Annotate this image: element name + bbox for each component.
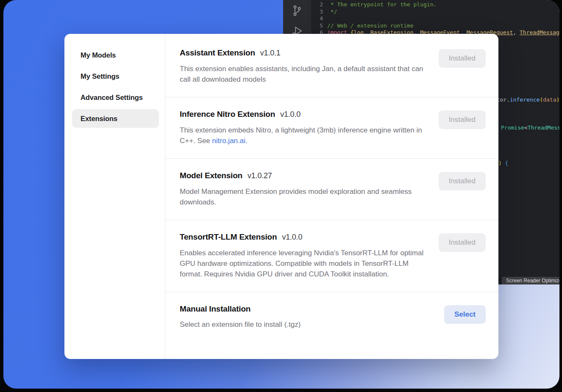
extension-row: Assistant Extensionv1.0.1This extension … (165, 34, 498, 97)
extension-row: TensortRT-LLM Extensionv1.0.0Enables acc… (165, 220, 498, 292)
description-text: Model Management Extension provides mode… (180, 188, 412, 206)
extension-info: Inference Nitro Extensionv1.0.0This exte… (180, 108, 426, 146)
extension-title-line: TensortRT-LLM Extensionv1.0.0 (180, 231, 426, 243)
description-text: This extension enables assistants, inclu… (180, 65, 423, 83)
extension-title-line: Assistant Extensionv1.0.1 (180, 47, 426, 59)
extension-name: Assistant Extension (180, 48, 255, 57)
description-text: Enables accelerated inference leveraging… (180, 249, 423, 278)
nitro-jan-ai-link[interactable]: nitro.jan.ai. (212, 137, 248, 145)
extension-name: Inference Nitro Extension (180, 110, 275, 119)
line-numbers: 23456 (311, 1, 323, 36)
settings-modal: My ModelsMy SettingsAdvanced SettingsExt… (64, 34, 498, 359)
code-line (327, 15, 559, 22)
extension-description: This extension embeds Nitro, a lightweig… (180, 125, 426, 146)
sidebar-item-my-settings[interactable]: My Settings (72, 67, 159, 86)
extension-info: TensortRT-LLM Extensionv1.0.0Enables acc… (180, 231, 426, 279)
installed-button[interactable]: Installed (439, 49, 486, 68)
line-number: 2 (311, 1, 323, 8)
installed-button[interactable]: Installed (439, 172, 486, 190)
line-number: 4 (311, 15, 323, 22)
extension-description: Select an extension file to install (.tg… (180, 319, 300, 330)
sidebar-item-advanced-settings[interactable]: Advanced Settings (72, 88, 159, 107)
extension-info: Assistant Extensionv1.0.1This extension … (180, 47, 426, 85)
line-number: 3 (311, 8, 323, 16)
extension-title-line: Manual Installation (180, 303, 300, 315)
code-line: // Web / extension runtime (327, 22, 559, 30)
sidebar-item-my-models[interactable]: My Models (72, 46, 159, 64)
code-fragment: rator.inference(data)); (490, 97, 559, 103)
select-button[interactable]: Select (444, 305, 486, 324)
extension-name: TensortRT-LLM Extension (180, 232, 277, 241)
extension-row: Manual InstallationSelect an extension f… (165, 292, 498, 342)
screen-reader-status[interactable]: Screen Reader Optimized (502, 277, 559, 284)
extension-version: v1.0.27 (248, 171, 272, 180)
app-window: 23456 * The entrypoint for the plugin. *… (3, 0, 559, 389)
extension-version: v1.0.0 (282, 233, 302, 241)
extension-name: Model Extension (180, 171, 242, 180)
code-line: */ (327, 8, 559, 16)
extension-row: Model Extensionv1.0.27Model Management E… (165, 158, 498, 220)
extensions-list: Assistant Extensionv1.0.1This extension … (165, 34, 498, 359)
description-text: Select an extension file to install (.tg… (180, 320, 300, 329)
extension-description: Enables accelerated inference leveraging… (180, 248, 426, 279)
sidebar-item-extensions[interactable]: Extensions (72, 109, 159, 128)
installed-button[interactable]: Installed (439, 110, 486, 129)
extension-version: v1.0.0 (280, 110, 300, 119)
extension-title-line: Model Extensionv1.0.27 (180, 170, 426, 182)
extension-row: Inference Nitro Extensionv1.0.0This exte… (165, 97, 498, 158)
extension-description: Model Management Extension provides mode… (180, 186, 426, 207)
code-lines: * The entrypoint for the plugin. */// We… (327, 1, 559, 36)
extension-info: Model Extensionv1.0.27Model Management E… (180, 170, 426, 207)
extension-description: This extension enables assistants, inclu… (180, 63, 426, 85)
code-fragment: Promise<ThreadMessage> (501, 124, 559, 131)
installed-button[interactable]: Installed (439, 233, 486, 252)
code-line: * The entrypoint for the plugin. (327, 1, 559, 8)
desktop-background: 23456 * The entrypoint for the plugin. *… (0, 0, 562, 392)
source-control-icon[interactable] (291, 4, 303, 17)
extension-title-line: Inference Nitro Extensionv1.0.0 (180, 108, 426, 120)
extension-name: Manual Installation (180, 304, 250, 313)
extension-version: v1.0.1 (260, 49, 281, 57)
line-number: 5 (311, 22, 323, 30)
extension-info: Manual InstallationSelect an extension f… (180, 303, 300, 330)
settings-sidebar: My ModelsMy SettingsAdvanced SettingsExt… (64, 34, 165, 359)
